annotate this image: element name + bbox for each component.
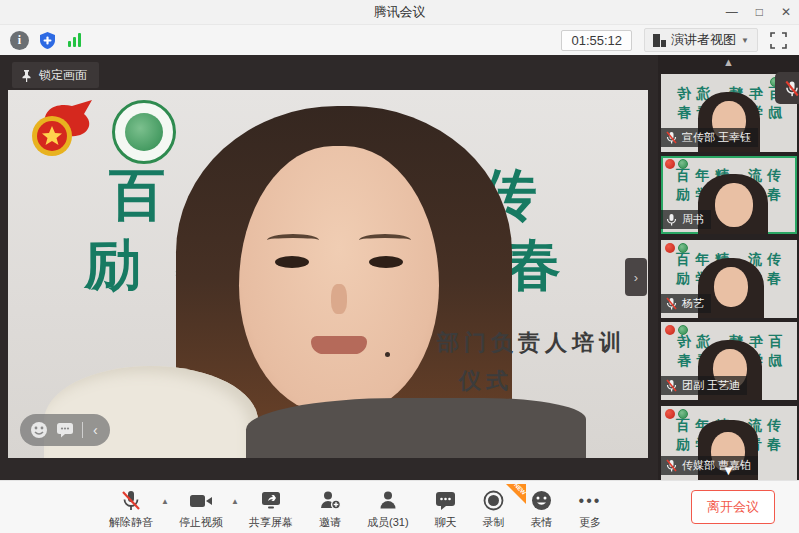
participant-thumbnail[interactable]: 百 年 精 流 传 励 学 在 青 春 团副 王艺迪 [661,322,797,400]
slide-text-line2: 仪式 [459,366,626,396]
background-logos [665,325,688,335]
members-label: 成员(31) [367,515,409,530]
more-dots-icon: ••• [579,496,602,506]
participant-name-tag: 杨艺 [661,294,711,313]
mic-muted-icon [666,131,677,144]
minimize-button[interactable]: — [726,0,738,25]
meeting-content: 百 年 传 励 学 春 部门负责人培训 仪式 [0,55,799,480]
chevron-down-icon: ▼ [741,36,749,45]
smiley-icon[interactable] [30,421,48,439]
mic-muted-icon [121,490,141,512]
background-logos [665,409,688,419]
stop-video-label: 停止视频 [179,515,223,530]
hide-sidebar-handle[interactable]: › [625,258,647,296]
status-icons: i [0,31,83,50]
quick-reaction-bar: ‹ [20,414,110,446]
person-icon [378,490,398,512]
app-window: 腾讯会议 — □ ✕ i 01:55:12 演讲者视图 ▼ [0,0,799,533]
share-screen-button[interactable]: 共享屏幕 [236,485,306,530]
mic-on-icon [666,213,677,226]
chat-bubble-icon[interactable] [56,422,74,438]
invite-person-icon [319,490,341,512]
participant-thumbnail[interactable]: 百 年 精 流 传 励 学 在 青 春 周书 [661,156,797,234]
fullscreen-button[interactable] [770,32,787,49]
participant-name-tag: 团副 王艺迪 [661,376,747,395]
participant-name: 宣传部 王幸钰 [682,130,751,145]
college-seal-logo [112,100,176,164]
record-icon [483,490,504,512]
participant-name: 周书 [682,212,704,227]
participant-name: 团副 王艺迪 [682,378,740,393]
participant-name-tag: 宣传部 王幸钰 [661,128,758,147]
lock-view-button[interactable]: 锁定画面 [12,62,99,88]
scroll-up-arrow[interactable]: ▲ [658,56,799,68]
mic-muted-icon [666,379,677,392]
chat-label: 聊天 [435,515,457,530]
unmute-button[interactable]: 解除静音 ▲ [96,485,166,530]
speaker-shirt [246,398,586,458]
background-logos [665,243,688,253]
chat-button[interactable]: 聊天 [422,485,470,530]
view-mode-dropdown[interactable]: 演讲者视图 ▼ [644,28,758,52]
pin-icon [21,69,32,82]
meeting-toolbar: i 01:55:12 演讲者视图 ▼ [0,25,799,55]
share-screen-icon [260,490,282,512]
layout-view-icon [653,34,666,47]
close-button[interactable]: ✕ [781,0,791,25]
reactions-label: 表情 [531,515,553,530]
main-speaker-video[interactable]: 百 年 传 励 学 春 部门负责人培训 仪式 [0,55,658,480]
share-screen-label: 共享屏幕 [249,515,293,530]
bottom-control-bar: 解除静音 ▲ 停止视频 ▲ 共享屏幕 邀请 [0,480,799,533]
collapse-reactions-chevron[interactable]: ‹ [91,422,100,438]
speaker-face [239,146,439,414]
more-label: 更多 [579,515,601,530]
view-mode-label: 演讲者视图 [671,31,736,49]
stop-video-button[interactable]: 停止视频 ▲ [166,485,236,530]
mic-muted-icon [785,80,799,97]
members-button[interactable]: 成员(31) [354,485,422,530]
camera-icon [189,490,213,512]
meeting-info-icon[interactable]: i [10,31,29,50]
meeting-security-icon[interactable] [38,31,57,50]
maximize-button[interactable]: □ [756,0,763,25]
invite-button[interactable]: 邀请 [306,485,354,530]
window-controls: — □ ✕ [726,0,791,25]
unmute-label: 解除静音 [109,515,153,530]
smiley-icon [531,490,552,512]
toolbar-right: 01:55:12 演讲者视图 ▼ [561,28,799,52]
slide-text-line1: 部门负责人培训 [437,328,626,358]
participant-thumbnail[interactable]: 百 年 精 流 传 励 学 在 青 春 杨艺 [661,240,797,318]
participant-name: 杨艺 [682,296,704,311]
meeting-timer: 01:55:12 [561,30,632,51]
record-label: 录制 [483,515,505,530]
invite-label: 邀请 [319,515,341,530]
muted-mic-badge [775,72,799,104]
title-bar: 腾讯会议 — □ ✕ [0,0,799,25]
network-quality-icon[interactable] [66,33,83,47]
slide-text: 部门负责人培训 仪式 [437,328,626,396]
participants-sidebar: ▲ 百 年 精 流 传 励 学 在 青 春 宣传部 王幸钰 百 年 精 流 传 … [658,55,799,480]
more-button[interactable]: ••• 更多 [566,485,615,530]
record-button[interactable]: 录制 NEW [470,485,518,530]
scroll-down-arrow[interactable]: ▼ [658,463,799,478]
leave-meeting-button[interactable]: 离开会议 [691,490,775,524]
lock-view-label: 锁定画面 [39,67,87,84]
reactions-button[interactable]: 表情 [518,485,566,530]
speaker-video-frame: 百 年 传 励 学 春 部门负责人培训 仪式 [8,90,648,458]
youth-league-emblem-logo [26,98,98,160]
participant-name-tag: 周书 [661,210,711,229]
window-title: 腾讯会议 [374,3,426,21]
background-logos [665,159,688,169]
chat-bubble-icon [435,490,456,512]
mic-muted-icon [666,297,677,310]
